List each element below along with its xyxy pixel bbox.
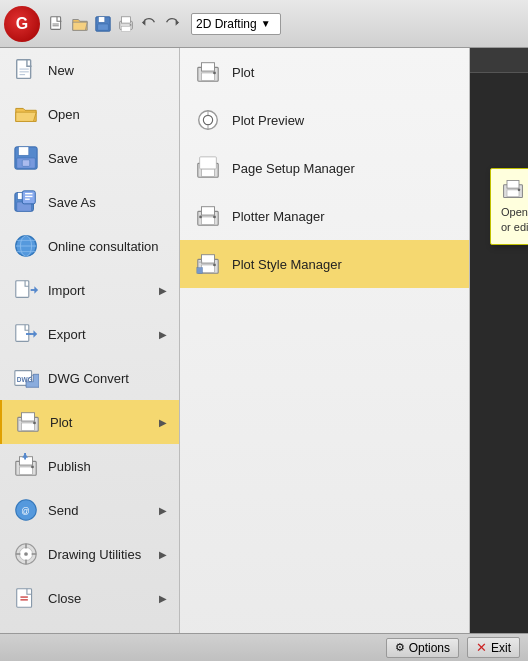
options-label: Options	[409, 641, 450, 655]
dwg-icon: DWG	[12, 364, 40, 392]
menu-send-label: Send	[48, 503, 151, 518]
svg-marker-37	[33, 330, 37, 337]
menu-export-label: Export	[48, 327, 151, 342]
menu-item-publish[interactable]: Publish	[0, 444, 179, 488]
drawing-utilities-icon	[12, 540, 40, 568]
save-file-icon[interactable]	[92, 13, 114, 35]
menu-item-dwg[interactable]: DWG DWG Convert	[0, 356, 179, 400]
svg-point-51	[31, 466, 34, 469]
svg-rect-23	[22, 191, 35, 204]
menu-item-online[interactable]: Online consultation	[0, 224, 179, 268]
undo-icon[interactable]	[138, 13, 160, 35]
menu-drawing-label: Drawing Utilities	[48, 547, 151, 562]
new-file-icon[interactable]	[46, 13, 68, 35]
submenu: Plot Plot Preview Page Setup Manager Plo…	[180, 48, 470, 661]
menu-new-label: New	[48, 63, 167, 78]
submenu-item-plot[interactable]: Plot	[180, 48, 469, 96]
svg-rect-85	[202, 265, 215, 272]
svg-rect-32	[16, 281, 29, 298]
submenu-page-setup-label: Page Setup Manager	[232, 161, 355, 176]
tooltip-popup: Plot Style Manager Opens a file folder, …	[490, 168, 528, 245]
menu-saveas-label: Save As	[48, 195, 167, 210]
menu-item-open[interactable]: Open	[0, 92, 179, 136]
submenu-plot-preview-label: Plot Preview	[232, 113, 304, 128]
menu-import-label: Import	[48, 283, 151, 298]
print-icon[interactable]	[115, 13, 137, 35]
svg-marker-34	[34, 286, 38, 293]
exit-icon: ✕	[476, 640, 487, 655]
submenu-plot-style-label: Plot Style Manager	[232, 257, 342, 272]
submenu-item-plot-style-manager[interactable]: Plot Style Manager	[180, 240, 469, 288]
send-icon: @	[12, 496, 40, 524]
svg-point-69	[213, 72, 216, 75]
submenu-plotter-manager-icon	[194, 202, 222, 230]
menu-item-close[interactable]: Close ▶	[0, 576, 179, 620]
submenu-item-plotter-manager[interactable]: Plotter Manager	[180, 192, 469, 240]
svg-rect-88	[197, 268, 203, 274]
svg-rect-68	[202, 73, 215, 80]
submenu-plot-style-manager-icon	[194, 250, 222, 278]
saveas-icon	[12, 188, 40, 216]
svg-rect-77	[200, 157, 217, 169]
online-icon	[12, 232, 40, 260]
logo-letter: G	[16, 15, 28, 33]
open-file-icon[interactable]	[69, 13, 91, 35]
menu-save-label: Save	[48, 151, 167, 166]
menu-item-saveas[interactable]: Save As	[0, 180, 179, 224]
redo-icon[interactable]	[161, 13, 183, 35]
menu-item-new[interactable]: New	[0, 48, 179, 92]
menu-item-save[interactable]: Save	[0, 136, 179, 180]
svg-rect-5	[98, 24, 109, 30]
svg-point-9	[130, 24, 132, 26]
svg-point-82	[199, 216, 202, 219]
options-button[interactable]: ⚙ Options	[386, 638, 459, 658]
submenu-plot-icon	[194, 58, 222, 86]
import-icon	[12, 276, 40, 304]
svg-rect-91	[507, 190, 519, 197]
svg-marker-53	[22, 453, 28, 458]
menu-publish-label: Publish	[48, 459, 167, 474]
svg-rect-44	[22, 413, 35, 421]
svg-rect-7	[122, 16, 131, 22]
menu-item-plot[interactable]: Plot ▶	[0, 400, 179, 444]
svg-rect-79	[202, 207, 215, 215]
tooltip-icon	[501, 177, 525, 201]
svg-rect-19	[22, 160, 29, 167]
toolbar-icons	[46, 13, 183, 35]
svg-rect-90	[507, 180, 519, 188]
toolbar: G 2D Drafting ▼	[0, 0, 528, 48]
menu-plot-label: Plot	[50, 415, 151, 430]
menu-item-send[interactable]: @ Send ▶	[0, 488, 179, 532]
app-logo[interactable]: G	[4, 6, 40, 42]
menu-item-import[interactable]: Import ▶	[0, 268, 179, 312]
submenu-item-plot-preview[interactable]: Plot Preview	[180, 96, 469, 144]
svg-rect-35	[16, 325, 29, 342]
workspace-dropdown[interactable]: 2D Drafting ▼	[191, 13, 281, 35]
tooltip-header: Plot Style Manager	[501, 177, 528, 201]
menu-item-drawing-utilities[interactable]: Drawing Utilities ▶	[0, 532, 179, 576]
svg-point-46	[33, 422, 36, 425]
submenu-plot-label: Plot	[232, 65, 254, 80]
main-content: New Open Save Save As Online consultatio	[0, 48, 528, 661]
right-panel: Clo W Plot Plot Preview	[180, 48, 528, 661]
publish-icon	[12, 452, 40, 480]
left-menu: New Open Save Save As Online consultatio	[0, 48, 180, 661]
bottom-bar: ⚙ Options ✕ Exit	[0, 633, 528, 661]
svg-rect-76	[202, 169, 215, 176]
drawing-arrow-icon: ▶	[159, 549, 167, 560]
svg-rect-84	[202, 255, 215, 263]
save-icon	[12, 144, 40, 172]
submenu-plot-preview-icon	[194, 106, 222, 134]
svg-rect-50	[20, 467, 33, 474]
menu-online-label: Online consultation	[48, 239, 167, 254]
submenu-item-page-setup[interactable]: Page Setup Manager	[180, 144, 469, 192]
menu-dwg-label: DWG Convert	[48, 371, 167, 386]
menu-item-export[interactable]: Export ▶	[0, 312, 179, 356]
workspace-label: 2D Drafting	[196, 17, 257, 31]
new-icon	[12, 56, 40, 84]
exit-button[interactable]: ✕ Exit	[467, 637, 520, 658]
send-arrow-icon: ▶	[159, 505, 167, 516]
svg-rect-80	[202, 217, 215, 224]
svg-rect-63	[17, 589, 32, 608]
close-arrow-icon: ▶	[159, 593, 167, 604]
